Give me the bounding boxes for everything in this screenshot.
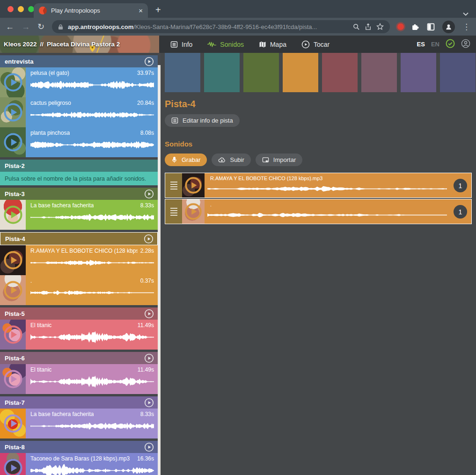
sound-item[interactable]: .0.37s — [0, 275, 158, 305]
track-name[interactable]: Pista-4 — [5, 235, 25, 242]
sound-item[interactable]: cactus peligroso20.84s — [0, 97, 158, 127]
track-play-button[interactable] — [144, 353, 154, 363]
record-button[interactable]: Grabar — [165, 153, 207, 166]
sound-thumbnail[interactable] — [182, 199, 205, 224]
tab-search-chevron-icon[interactable] — [463, 9, 469, 13]
track-header[interactable]: Pista-5 — [0, 307, 158, 320]
minimize-window-button[interactable] — [18, 6, 24, 12]
nav-tab-mapa[interactable]: Mapa — [259, 41, 286, 48]
sound-row[interactable]: R.AMAYA Y EL BOBOTE CHICO (128 kbps).mp3… — [165, 173, 472, 198]
nav-tab-sonidos[interactable]: Sonidos — [207, 41, 244, 48]
sidebar-scrollbar[interactable] — [158, 53, 161, 475]
track-name[interactable]: entrevista — [5, 58, 33, 65]
sound-thumbnail[interactable] — [0, 320, 26, 350]
track-color-swatch[interactable] — [165, 53, 200, 92]
track-name[interactable]: Pista-6 — [5, 355, 25, 362]
play-icon[interactable] — [0, 364, 26, 394]
browser-tab[interactable]: Play Antropoloops × — [34, 3, 148, 18]
url-bar[interactable]: app.antropoloops.com/Kleos-Santa-Marina/… — [52, 20, 390, 33]
play-icon[interactable] — [0, 97, 26, 127]
play-icon[interactable] — [0, 409, 26, 438]
side-panel-icon[interactable] — [427, 23, 435, 31]
sound-item[interactable]: La base fachera facherita8.33s — [0, 200, 158, 230]
play-icon[interactable] — [0, 200, 26, 230]
track-play-button[interactable] — [144, 442, 154, 452]
track-play-button[interactable] — [144, 234, 154, 244]
sound-item[interactable]: planta pinchosa8.08s — [0, 127, 158, 157]
new-tab-button[interactable]: + — [155, 5, 161, 15]
breadcrumb-project[interactable]: Kleos 2022 — [4, 41, 37, 48]
track-color-swatch[interactable] — [361, 53, 397, 92]
tab-close-icon[interactable]: × — [139, 7, 143, 14]
play-icon[interactable] — [182, 173, 205, 197]
project-breadcrumb[interactable]: Kleos 2022 // Placeta Divina Pastora 2 — [0, 36, 159, 53]
nav-tab-info[interactable]: Info — [170, 41, 192, 48]
track-color-swatch[interactable] — [204, 53, 240, 92]
import-button[interactable]: Importar — [256, 153, 302, 166]
account-icon[interactable] — [461, 39, 470, 50]
sound-thumbnail[interactable] — [0, 409, 26, 438]
play-icon[interactable] — [0, 67, 26, 97]
track-color-swatch[interactable] — [243, 53, 279, 92]
sound-thumbnail[interactable] — [0, 200, 26, 230]
track-name[interactable]: Pista-7 — [5, 399, 25, 406]
play-icon[interactable] — [0, 453, 26, 475]
track-name[interactable]: Pista-3 — [5, 190, 25, 197]
sound-thumbnail[interactable] — [0, 245, 26, 275]
scrollbar-thumb[interactable] — [158, 65, 161, 475]
track-header[interactable]: Pista-6 — [0, 352, 158, 364]
upload-button[interactable]: Subir — [212, 153, 250, 166]
sound-thumbnail[interactable] — [0, 453, 26, 475]
sound-item[interactable]: El titanic11.49s — [0, 364, 158, 394]
play-icon[interactable] — [0, 245, 26, 275]
track-header[interactable]: Pista-7 — [0, 396, 158, 409]
edit-track-info-button[interactable]: Editar info de pista — [165, 114, 240, 127]
track-play-button[interactable] — [144, 57, 154, 66]
nav-tab-tocar[interactable]: Tocar — [301, 40, 330, 49]
track-play-button[interactable] — [144, 189, 154, 199]
track-play-button[interactable] — [144, 309, 154, 319]
track-name[interactable]: Pista-8 — [5, 444, 25, 451]
browser-menu-icon[interactable]: ⋮ — [462, 22, 470, 32]
extensions-puzzle-icon[interactable] — [411, 23, 419, 31]
recording-indicator-icon[interactable] — [397, 23, 404, 30]
sound-thumbnail[interactable] — [0, 97, 26, 127]
play-icon[interactable] — [0, 275, 26, 305]
browser-profile-avatar[interactable] — [442, 21, 455, 33]
track-header[interactable]: Pista-3 — [0, 188, 158, 200]
language-es-button[interactable]: ES — [417, 41, 425, 48]
track-color-swatch[interactable] — [322, 53, 358, 92]
sound-thumbnail[interactable] — [0, 364, 26, 394]
language-en-button[interactable]: EN — [431, 41, 439, 48]
track-header[interactable]: Pista-8 — [0, 441, 158, 453]
drag-handle[interactable] — [165, 173, 182, 197]
sound-thumbnail[interactable] — [0, 127, 26, 157]
sound-item[interactable]: La base fachera facherita8.33s — [0, 409, 158, 438]
play-icon[interactable] — [182, 199, 205, 224]
play-icon[interactable] — [0, 127, 26, 157]
bookmark-star-icon[interactable] — [376, 23, 384, 30]
track-name[interactable]: Pista-5 — [5, 310, 25, 317]
sound-item[interactable]: pelusa (el gato)33.97s — [0, 67, 158, 97]
sound-thumbnail[interactable] — [182, 173, 205, 197]
sound-thumbnail[interactable] — [0, 67, 26, 97]
close-window-button[interactable] — [7, 6, 14, 12]
sound-item[interactable]: Taconeo de Sara Baras (128 kbps).mp316.3… — [0, 453, 158, 475]
sound-thumbnail[interactable] — [0, 275, 26, 305]
forward-button[interactable]: → — [22, 22, 30, 31]
track-play-button[interactable] — [144, 398, 154, 408]
track-header-selected[interactable]: Pista-4 — [0, 232, 158, 245]
play-icon[interactable] — [0, 320, 26, 350]
track-color-swatch[interactable] — [401, 53, 436, 92]
breadcrumb-page[interactable]: Placeta Divina Pastora 2 — [47, 41, 120, 48]
reload-button[interactable]: ↻ — [37, 22, 44, 31]
sound-row[interactable]: . 1 — [165, 199, 472, 224]
back-button[interactable]: ← — [6, 22, 14, 31]
track-header[interactable]: entrevista — [0, 55, 158, 67]
track-color-swatch-selected[interactable] — [283, 53, 318, 92]
zoom-page-icon[interactable] — [353, 23, 360, 30]
track-name[interactable]: Pista-2 — [5, 162, 25, 169]
track-color-swatch[interactable] — [440, 53, 476, 92]
sound-item[interactable]: R.AMAYA Y EL BOBOTE CHICO (128 kbps)....… — [0, 245, 158, 275]
share-icon[interactable] — [365, 23, 372, 30]
